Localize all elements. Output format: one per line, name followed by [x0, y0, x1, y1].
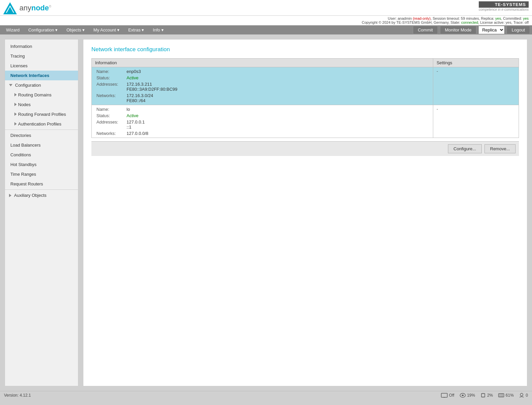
committed-status: yes	[523, 16, 529, 20]
networks-value-1: 172.16.3.0/24 FE80::/64	[125, 92, 430, 104]
row2-settings: -	[433, 105, 519, 138]
logo-text: anynode®	[19, 4, 51, 12]
footer-sessions: 0	[519, 393, 528, 398]
replica-status: yes	[495, 16, 501, 20]
nav-wizard[interactable]: Wizard	[2, 25, 23, 34]
footer-cpu: 2%	[480, 393, 493, 398]
col-settings: Settings	[433, 59, 519, 67]
status-value-2: Active	[125, 112, 430, 119]
nav-bar: Wizard Configuration ▾ Objects ▾ My Acco…	[0, 25, 532, 34]
sidebar-sub-routing-domains[interactable]: Routing Domains	[5, 90, 78, 100]
readonly-badge: (read-only)	[413, 16, 431, 20]
sidebar-item-information[interactable]: Information	[5, 42, 78, 51]
status-line1: User: anadmin (read-only), Session timeo…	[3, 16, 529, 20]
top-header: anynode® TE-SYSTEMS competence in e-comm…	[0, 0, 532, 16]
addresses-value-1: 172.16.3.211 FE80::3A9:D2FF:80:BC99	[125, 81, 430, 92]
sidebar-item-request-routers[interactable]: Request Routers	[5, 179, 78, 189]
logo-area: anynode®	[3, 1, 51, 15]
addresses-value-2: 127.0.0.1 ::1	[125, 119, 430, 130]
nav-configuration[interactable]: Configuration ▾	[24, 25, 62, 34]
sessions-icon	[519, 393, 524, 398]
status-label: Status:	[95, 75, 125, 81]
row1-settings: -	[433, 67, 519, 105]
svg-point-5	[462, 395, 464, 396]
nav-extras[interactable]: Extras ▾	[124, 25, 148, 34]
network-interfaces-table: Information Settings Name: enp0s3	[91, 58, 519, 138]
sessions-count: 0	[526, 393, 528, 398]
arrow-right-icon	[14, 122, 17, 126]
sidebar-sub-routing-forward-profiles[interactable]: Routing Forward Profiles	[5, 109, 78, 119]
sidebar-item-time-ranges[interactable]: Time Ranges	[5, 169, 78, 179]
table-row[interactable]: Name: lo Status: Active Addresses:	[92, 105, 519, 138]
sidebar-group-auxiliary-objects[interactable]: Auxiliary Objects	[5, 190, 78, 200]
addresses-label-2: Addresses:	[95, 119, 125, 130]
networks-label-2: Networks:	[95, 130, 125, 137]
status-bar: User: anadmin (read-only), Session timeo…	[0, 16, 532, 25]
sidebar-item-hot-standbys[interactable]: Hot Standbys	[5, 160, 78, 169]
footer-monitor: Off	[441, 393, 454, 398]
monitor-status: Off	[449, 393, 454, 398]
configure-button[interactable]: Configure...	[448, 144, 482, 153]
nav-objects[interactable]: Objects ▾	[62, 25, 89, 34]
name-value-2: lo	[125, 106, 430, 112]
sidebar-group-configuration-label: Configuration	[15, 83, 41, 88]
nav-right-area: Commit Monitor Mode Replica Logout	[413, 26, 530, 34]
sidebar-sub-nodes[interactable]: Nodes	[5, 100, 78, 109]
mem-usage: 61%	[506, 393, 514, 398]
footer-right: Off 19% 2% 61% 0	[441, 393, 528, 398]
monitor-icon	[441, 393, 448, 398]
row2-info: Name: lo Status: Active Addresses:	[92, 105, 433, 138]
sidebar-sub-authentication-profiles[interactable]: Authentication Profiles	[5, 119, 78, 129]
networks-label: Networks:	[95, 92, 125, 104]
status-label-2: Status:	[95, 112, 125, 119]
svg-point-15	[520, 393, 523, 396]
disk-icon	[460, 393, 466, 398]
sidebar-item-tracing[interactable]: Tracing	[5, 51, 78, 61]
anynode-logo-icon	[3, 1, 17, 15]
page-title: Network interface configuration	[91, 46, 519, 53]
button-bar: Configure... Remove...	[91, 141, 519, 156]
arrow-right-icon	[14, 103, 17, 106]
nav-my-account[interactable]: My Account ▾	[89, 25, 124, 34]
te-systems-logo: TE-SYSTEMS competence in e-communication…	[479, 1, 529, 11]
disk-usage: 19%	[467, 393, 475, 398]
arrow-right-icon	[14, 93, 17, 96]
monitor-mode-button[interactable]: Monitor Mode	[440, 26, 476, 34]
status-value-1: Active	[125, 75, 430, 81]
sidebar-group-configuration[interactable]: Configuration	[5, 80, 78, 90]
cpu-icon	[480, 393, 486, 398]
memory-icon	[498, 393, 504, 398]
table-row[interactable]: Name: enp0s3 Status: Active Addresses:	[92, 67, 519, 105]
addresses-label: Addresses:	[95, 81, 125, 92]
nav-info[interactable]: Info ▾	[149, 25, 167, 34]
svg-rect-2	[441, 393, 447, 397]
sidebar-item-conditions[interactable]: Conditions	[5, 150, 78, 160]
name-label-2: Name:	[95, 106, 125, 112]
name-value-1: enp0s3	[125, 68, 430, 75]
footer-disk: 19%	[460, 393, 475, 398]
main-inner: Network interface configuration Informat…	[83, 39, 527, 163]
cpu-usage: 2%	[487, 393, 493, 398]
sidebar-item-directories[interactable]: Directories	[5, 131, 78, 140]
remove-button[interactable]: Remove...	[484, 144, 516, 153]
arrow-right-icon	[14, 112, 17, 116]
commit-button[interactable]: Commit	[413, 26, 438, 34]
sidebar-group-auxiliary-label: Auxiliary Objects	[14, 193, 47, 198]
main-content: Network interface configuration Informat…	[83, 39, 527, 386]
networks-value-2: 127.0.0.0/8	[125, 130, 430, 137]
row1-info: Name: enp0s3 Status: Active Addresses:	[92, 67, 433, 105]
version-label: Version: 4.12.1	[4, 393, 31, 398]
logout-button[interactable]: Logout	[507, 26, 530, 34]
arrow-right-icon	[9, 194, 11, 197]
content-area: Information Tracing Licenses Network Int…	[0, 34, 532, 391]
name-label: Name:	[95, 68, 125, 75]
sidebar-item-licenses[interactable]: Licenses	[5, 61, 78, 71]
replica-select[interactable]: Replica	[478, 26, 505, 34]
col-information: Information	[92, 59, 433, 67]
svg-rect-6	[481, 394, 485, 397]
state-status: connected	[461, 20, 478, 24]
sidebar-item-load-balancers[interactable]: Load Balancers	[5, 140, 78, 150]
sidebar-item-network-interfaces[interactable]: Network Interfaces	[5, 71, 78, 80]
te-systems-tagline: competence in e-communications	[479, 8, 529, 11]
te-systems-brand: TE-SYSTEMS	[479, 1, 529, 8]
